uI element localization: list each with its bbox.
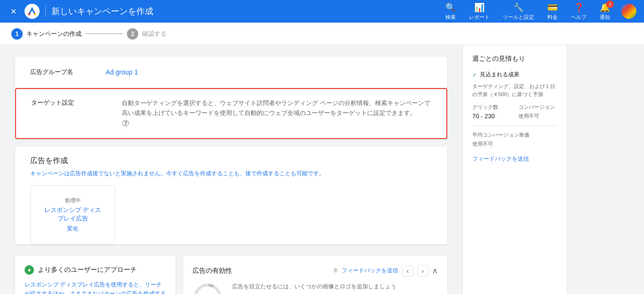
profile-avatar[interactable]: [621, 4, 636, 19]
ad-group-value[interactable]: Ad group 1: [106, 68, 138, 76]
step-2: 2 確認する: [127, 28, 167, 40]
sidebar-conversion-label: コンバージョン: [519, 104, 557, 111]
promo-header: ● より多くのユーザーにアプローチ: [25, 265, 166, 275]
target-section: ターゲット設定 自動ターゲティングを選択すると、ウェブサイト訪問者やランディング…: [15, 88, 447, 139]
step-2-circle: 2: [127, 28, 138, 40]
steps-bar: 1 キャンペーンの作成 2 確認する: [0, 23, 644, 45]
sidebar-clicks-value: 70 - 230: [472, 113, 511, 120]
nav-next-arrow[interactable]: ›: [417, 265, 428, 277]
step-2-label: 確認する: [142, 30, 167, 38]
effectiveness-feedback-link[interactable]: フィードバックを送信: [342, 267, 398, 275]
sidebar: 週ごとの見情もり ✓ 見込まれる成果 ターゲティング、設定、および１日の予算（￥…: [462, 45, 566, 294]
ad-group-label: 広告グループ名: [30, 68, 106, 76]
effectiveness-header: 広告の有効性 ⑦ フィードバックを送信 ‹ › ∧: [192, 265, 438, 277]
check-icon: ✓: [472, 72, 477, 78]
effectiveness-content: 未完了 広告を目立たせるには、いくつかの画像とロゴを追加しましょう 画像 動画: [192, 282, 438, 294]
bottom-panels: ● より多くのユーザーにアプローチ レスポンシブ ディスプレイ広告を使用すると、…: [15, 256, 447, 294]
sidebar-conversion-value: 使用不可: [519, 113, 557, 120]
notification-icon: 🔔 1: [600, 2, 610, 13]
green-circle-icon: ●: [25, 265, 34, 275]
effectiveness-nav: ‹ ›: [402, 265, 428, 277]
sidebar-section: ✓ 見込まれる成果 ターゲティング、設定、および１日の予算（￥500）に基づく予…: [472, 71, 557, 147]
sidebar-clicks-label: クリック数: [472, 104, 511, 111]
content-area: 広告グループ名 Ad group 1 ターゲット設定 自動ターゲティングを選択す…: [0, 45, 462, 294]
ad-type-change[interactable]: 変化: [42, 225, 103, 233]
ad-group-row: 広告グループ名 Ad group 1: [15, 57, 447, 88]
nav-search[interactable]: 🔍 検索: [440, 0, 461, 23]
sidebar-check-label: 見込まれる成果: [480, 71, 519, 79]
sidebar-clicks-col: クリック数 70 - 230: [472, 104, 511, 120]
sidebar-divider: [472, 125, 557, 126]
sidebar-title: 週ごとの見情もり: [472, 55, 557, 63]
nav-notifications[interactable]: 🔔 1 通知: [594, 0, 616, 23]
sidebar-avg-value: 使用不可: [472, 140, 557, 147]
header: ✕ 新しいキャンペーンを作成 🔍 検索 📊 レポート 🔧 ツールと設定 💳 料金: [0, 0, 644, 23]
effectiveness-help-icon[interactable]: ⑦: [333, 268, 338, 274]
ad-type-name[interactable]: レスポンシブ ディスプレイ広告: [42, 206, 103, 223]
step-1-circle: 1: [11, 28, 23, 40]
header-nav: 🔍 検索 📊 レポート 🔧 ツールと設定 💳 料金 ❓ ヘルプ 🔔 1 通知: [440, 0, 636, 23]
svg-point-1: [28, 13, 31, 16]
nav-prev-arrow[interactable]: ‹: [402, 265, 413, 277]
promo-panel: ● より多くのユーザーにアプローチ レスポンシブ ディスプレイ広告を使用すると、…: [15, 256, 176, 294]
ad-type-card: 処理中 レスポンシブ ディスプレイ広告 変化: [30, 185, 115, 245]
create-ads-subtitle: キャンペーンは広告作成後でないと実施されません。今すぐ広告を作成することも、後で…: [15, 170, 447, 185]
sidebar-avg-label: 平均コンバージョン単価: [472, 131, 557, 139]
effectiveness-title: 広告の有効性: [192, 267, 329, 275]
ad-group-card: 広告グループ名 Ad group 1 ターゲット設定 自動ターゲティングを選択す…: [15, 57, 447, 139]
nav-help[interactable]: ❓ ヘルプ: [565, 0, 592, 23]
promo-body: レスポンシブ ディスプレイ広告を使用すると、リーチが拡大するほか、さまざまなパタ…: [25, 280, 166, 294]
sidebar-conversion-col: コンバージョン 使用不可: [519, 104, 557, 120]
step-connector: [85, 33, 123, 34]
promo-title: より多くのユーザーにアプローチ: [38, 266, 137, 274]
target-help-icon[interactable]: ⑦: [122, 118, 129, 129]
effectiveness-text: 広告を目立たせるには、いくつかの画像とロゴを追加しましょう 画像 動画: [232, 282, 438, 294]
google-ads-logo: [25, 4, 40, 19]
circle-progress-svg: [192, 282, 223, 294]
header-title: 新しいキャンペーンを作成: [51, 6, 153, 17]
ad-type-status: 処理中: [42, 197, 103, 204]
circle-progress-container: 未完了: [192, 282, 223, 294]
sidebar-feedback-link[interactable]: フィードバックを送信: [472, 155, 557, 163]
billing-icon: 💳: [547, 2, 558, 13]
sidebar-targeting-label: ターゲティング、設定、および１日の予算（￥500）に基づく予測: [472, 82, 557, 98]
svg-point-2: [34, 13, 36, 16]
header-divider: [45, 6, 46, 17]
reports-icon: 📊: [474, 2, 485, 13]
svg-point-0: [25, 4, 40, 19]
svg-point-15: [195, 285, 220, 294]
header-left: ✕ 新しいキャンペーンを作成: [8, 4, 440, 19]
search-icon: 🔍: [445, 2, 456, 13]
step-1-label: キャンペーンの作成: [26, 30, 82, 38]
target-description: 自動ターゲティングを選択すると、ウェブサイト訪問者やランディング ページの分析情…: [122, 98, 431, 118]
close-button[interactable]: ✕: [8, 6, 19, 17]
nav-billing[interactable]: 💳 料金: [542, 0, 563, 23]
effectiveness-panel: 広告の有効性 ⑦ フィードバックを送信 ‹ › ∧: [183, 256, 447, 294]
target-description-container: 自動ターゲティングを選択すると、ウェブサイト訪問者やランディング ページの分析情…: [122, 98, 431, 129]
tools-icon: 🔧: [513, 2, 524, 13]
sidebar-check: ✓ 見込まれる成果: [472, 71, 557, 79]
effectiveness-message: 広告を目立たせるには、いくつかの画像とロゴを追加しましょう: [232, 282, 438, 291]
nav-reports[interactable]: 📊 レポート: [463, 0, 495, 23]
create-ads-card: 広告を作成 キャンペーンは広告作成後でないと実施されません。今すぐ広告を作成する…: [15, 147, 447, 245]
nav-tools[interactable]: 🔧 ツールと設定: [497, 0, 540, 23]
step-1: 1 キャンペーンの作成: [11, 28, 82, 40]
create-ads-title: 広告を作成: [15, 147, 447, 170]
sidebar-metrics-row: クリック数 70 - 230 コンバージョン 使用不可: [472, 104, 557, 120]
main-container: 広告グループ名 Ad group 1 ターゲット設定 自動ターゲティングを選択す…: [0, 45, 644, 294]
help-icon: ❓: [574, 2, 584, 13]
target-label: ターゲット設定: [31, 98, 107, 129]
chevron-up-icon[interactable]: ∧: [432, 266, 438, 275]
